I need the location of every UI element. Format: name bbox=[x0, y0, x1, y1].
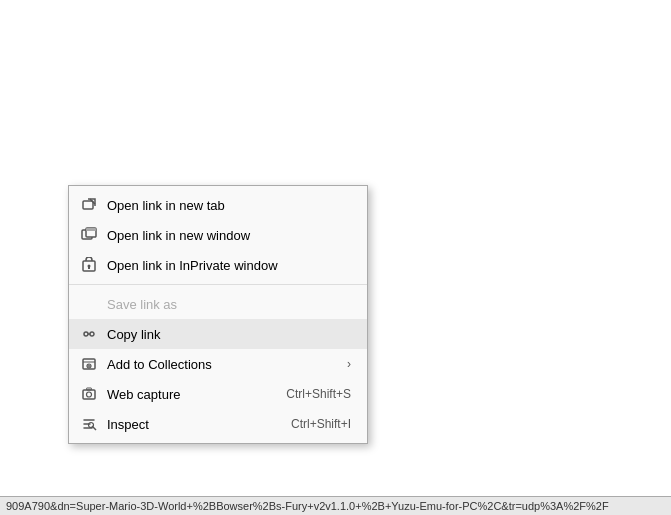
ctx-open-new-tab-label: Open link in new tab bbox=[107, 198, 225, 213]
ctx-save-link-label: Save link as bbox=[107, 297, 177, 312]
ctx-open-inprivate-label: Open link in InPrivate window bbox=[107, 258, 278, 273]
ctx-add-collections[interactable]: Add to Collections › bbox=[69, 349, 367, 379]
inprivate-icon bbox=[81, 257, 97, 273]
open-window-icon bbox=[81, 227, 97, 243]
ctx-divider-1 bbox=[69, 284, 367, 285]
inspect-shortcut: Ctrl+Shift+I bbox=[291, 417, 351, 431]
ctx-save-link: Save link as bbox=[69, 289, 367, 319]
inspect-icon bbox=[81, 416, 97, 432]
svg-rect-0 bbox=[83, 201, 93, 209]
ctx-open-new-tab[interactable]: Open link in new tab bbox=[69, 190, 367, 220]
save-link-icon bbox=[81, 296, 97, 312]
copy-link-icon bbox=[81, 326, 97, 342]
ctx-copy-link[interactable]: Copy link bbox=[69, 319, 367, 349]
ctx-web-capture[interactable]: Web capture Ctrl+Shift+S bbox=[69, 379, 367, 409]
ctx-inspect-label: Inspect bbox=[107, 417, 149, 432]
webcapture-shortcut: Ctrl+Shift+S bbox=[286, 387, 351, 401]
webcapture-icon bbox=[81, 386, 97, 402]
svg-rect-3 bbox=[86, 228, 96, 231]
svg-rect-6 bbox=[88, 266, 90, 269]
ctx-copy-link-label: Copy link bbox=[107, 327, 160, 342]
context-menu: Open link in new tab Open link in new wi… bbox=[68, 185, 368, 444]
svg-point-7 bbox=[84, 332, 88, 336]
ctx-add-collections-label: Add to Collections bbox=[107, 357, 212, 372]
ctx-open-new-window-label: Open link in new window bbox=[107, 228, 250, 243]
ctx-open-new-window[interactable]: Open link in new window bbox=[69, 220, 367, 250]
svg-rect-12 bbox=[83, 390, 95, 399]
svg-point-8 bbox=[90, 332, 94, 336]
ctx-open-inprivate[interactable]: Open link in InPrivate window bbox=[69, 250, 367, 280]
collections-icon bbox=[81, 356, 97, 372]
svg-rect-14 bbox=[87, 388, 92, 390]
open-tab-icon bbox=[81, 197, 97, 213]
svg-point-13 bbox=[87, 392, 92, 397]
ctx-web-capture-label: Web capture bbox=[107, 387, 180, 402]
svg-point-15 bbox=[89, 423, 94, 428]
collections-arrow-icon: › bbox=[347, 357, 351, 371]
context-menu-overlay: Open link in new tab Open link in new wi… bbox=[0, 0, 671, 515]
ctx-inspect[interactable]: Inspect Ctrl+Shift+I bbox=[69, 409, 367, 439]
